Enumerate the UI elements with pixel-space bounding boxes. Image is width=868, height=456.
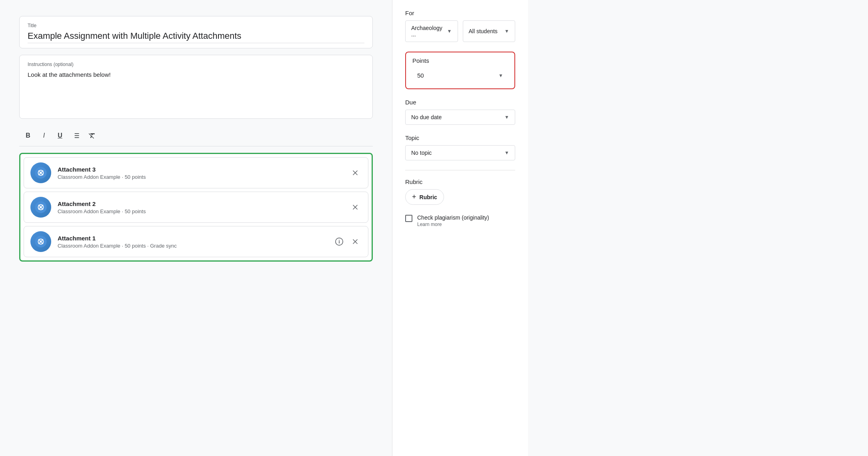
rubric-label: Rubric	[405, 178, 515, 185]
plagiarism-row: Check plagiarism (originality) Learn mor…	[405, 214, 515, 227]
for-row: Archaeology ... ▼ All students ▼	[405, 20, 515, 42]
attachment-icon-3	[30, 162, 51, 183]
italic-button[interactable]: I	[37, 128, 51, 143]
title-input[interactable]	[28, 31, 364, 43]
bold-button[interactable]: B	[21, 128, 35, 143]
attachment-3-actions	[349, 166, 362, 179]
due-dropdown[interactable]: No due date ▼	[405, 110, 515, 125]
attachment-icon-1	[30, 231, 51, 252]
attachment-info-3: Attachment 3 Classroom Addon Example · 5…	[58, 166, 342, 180]
formatting-toolbar: B I U	[19, 125, 373, 146]
title-section: Title	[19, 16, 373, 48]
attachment-3-title: Attachment 3	[58, 166, 342, 173]
attachment-info-1: Attachment 1 Classroom Addon Example · 5…	[58, 235, 326, 249]
attachment-3-subtitle: Classroom Addon Example · 50 points	[58, 174, 342, 180]
due-dropdown-arrow: ▼	[504, 114, 509, 120]
plagiarism-checkbox[interactable]	[405, 215, 412, 222]
for-section: For Archaeology ... ▼ All students ▼	[405, 10, 515, 42]
clear-format-button[interactable]	[85, 128, 99, 143]
class-dropdown[interactable]: Archaeology ... ▼	[405, 20, 458, 42]
svg-point-14	[40, 206, 42, 208]
attachment-1-info-button[interactable]	[333, 235, 346, 248]
instructions-section: Instructions (optional) Look at the atta…	[19, 55, 373, 119]
points-section: Points 50 ▼	[405, 52, 515, 89]
title-label: Title	[28, 23, 364, 28]
class-dropdown-arrow: ▼	[447, 28, 452, 34]
students-dropdown[interactable]: All students ▼	[463, 20, 516, 42]
due-label: Due	[405, 99, 515, 106]
attachment-info-2: Attachment 2 Classroom Addon Example · 5…	[58, 200, 342, 214]
topic-dropdown-arrow: ▼	[504, 150, 509, 156]
attachments-container: Attachment 3 Classroom Addon Example · 5…	[19, 153, 373, 262]
attachment-1-title: Attachment 1	[58, 235, 326, 242]
attachment-2-subtitle: Classroom Addon Example · 50 points	[58, 208, 342, 214]
due-section: Due No due date ▼	[405, 99, 515, 125]
topic-dropdown-value: No topic	[411, 150, 432, 156]
svg-point-20	[40, 240, 42, 242]
plagiarism-label: Check plagiarism (originality)	[417, 214, 489, 221]
attachment-1-actions	[333, 235, 362, 248]
topic-dropdown[interactable]: No topic ▼	[405, 145, 515, 160]
points-label: Points	[412, 57, 508, 64]
plus-icon: +	[412, 193, 416, 201]
attachment-item-1: Attachment 1 Classroom Addon Example · 5…	[24, 226, 368, 257]
topic-section: Topic No topic ▼	[405, 134, 515, 160]
svg-point-8	[40, 172, 42, 174]
due-dropdown-value: No due date	[411, 114, 442, 120]
attachment-1-subtitle: Classroom Addon Example · 50 points · Gr…	[58, 243, 326, 249]
points-value: 50	[417, 72, 424, 79]
underline-button[interactable]: U	[53, 128, 67, 143]
students-dropdown-arrow: ▼	[504, 28, 509, 34]
divider	[405, 170, 515, 170]
for-label: For	[405, 10, 515, 16]
attachment-2-title: Attachment 2	[58, 200, 342, 207]
instructions-text[interactable]: Look at the attachments below!	[28, 70, 364, 80]
rubric-btn-label: Rubric	[420, 194, 437, 200]
attachment-item-3: Attachment 3 Classroom Addon Example · 5…	[24, 157, 368, 188]
attachment-2-close-button[interactable]	[349, 201, 362, 214]
rubric-section: Rubric + Rubric	[405, 178, 515, 205]
instructions-label: Instructions (optional)	[28, 62, 364, 67]
list-button[interactable]	[69, 128, 83, 143]
attachment-1-close-button[interactable]	[349, 235, 362, 248]
attachment-item-2: Attachment 2 Classroom Addon Example · 5…	[24, 192, 368, 223]
points-dropdown-arrow: ▼	[498, 73, 503, 78]
plagiarism-text-container: Check plagiarism (originality) Learn mor…	[417, 214, 489, 227]
right-panel: For Archaeology ... ▼ All students ▼ Poi…	[392, 0, 528, 456]
students-dropdown-value: All students	[469, 28, 498, 34]
attachment-icon-2	[30, 197, 51, 218]
add-rubric-button[interactable]: + Rubric	[405, 189, 444, 205]
topic-label: Topic	[405, 134, 515, 141]
learn-more-link[interactable]: Learn more	[417, 222, 489, 227]
attachment-3-close-button[interactable]	[349, 166, 362, 179]
class-dropdown-value: Archaeology ...	[411, 25, 444, 38]
points-dropdown[interactable]: 50 ▼	[412, 69, 508, 82]
attachment-2-actions	[349, 201, 362, 214]
